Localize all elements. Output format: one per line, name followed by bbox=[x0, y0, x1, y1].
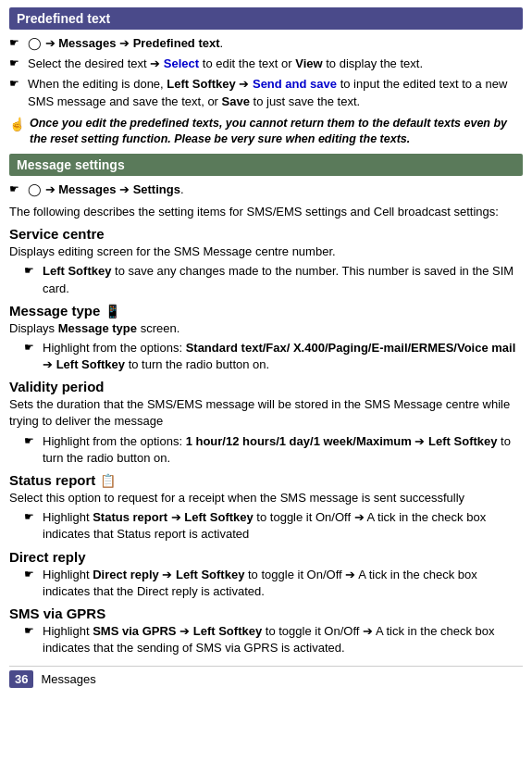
section-message-type: Message type 📱 Displays Message type scr… bbox=[9, 303, 523, 374]
service-centre-body: Displays editing screen for the SMS Mess… bbox=[9, 244, 523, 260]
direct-reply-title: Direct reply bbox=[9, 549, 523, 565]
status-report-bullets: Highlight Status report ➔ Left Softkey t… bbox=[9, 509, 523, 543]
settings-intro: The following describes the setting item… bbox=[9, 204, 523, 220]
predefined-bullet-1: ◯ ➔ Messages ➔ Predefined text. bbox=[9, 35, 523, 52]
footer-page-number: 36 bbox=[9, 670, 33, 688]
page-container: Predefined text ◯ ➔ Messages ➔ Predefine… bbox=[0, 0, 532, 762]
service-centre-bullet-1: Left Softkey to save any changes made to… bbox=[9, 263, 523, 296]
predefined-bullets: ◯ ➔ Messages ➔ Predefined text. Select t… bbox=[9, 35, 523, 110]
validity-period-bullet-1: Highlight from the options: 1 hour/12 ho… bbox=[9, 433, 523, 467]
section-service-centre: Service centre Displays editing screen f… bbox=[9, 226, 523, 297]
sms-via-gprs-bullets: Highlight SMS via GPRS ➔ Left Softkey to… bbox=[9, 623, 523, 656]
footer-bar: 36 Messages bbox=[9, 666, 523, 688]
section-sms-via-gprs: SMS via GPRS Highlight SMS via GPRS ➔ Le… bbox=[9, 606, 523, 656]
message-settings-header: Message settings bbox=[9, 154, 523, 176]
status-report-title: Status report 📋 bbox=[9, 472, 523, 488]
message-type-title: Message type 📱 bbox=[9, 303, 523, 319]
direct-reply-bullets: Highlight Direct reply ➔ Left Softkey to… bbox=[9, 567, 523, 600]
message-type-bullets: Highlight from the options: Standard tex… bbox=[9, 340, 523, 373]
footer-label: Messages bbox=[41, 672, 95, 686]
message-type-icon: 📱 bbox=[105, 304, 120, 319]
status-report-bullet-1: Highlight Status report ➔ Left Softkey t… bbox=[9, 509, 523, 543]
message-settings-bullets: ◯ ➔ Messages ➔ Settings. bbox=[9, 181, 523, 198]
predefined-note: Once you edit the predefined texts, you … bbox=[9, 116, 523, 148]
status-report-body: Select this option to request for a rece… bbox=[9, 490, 523, 506]
validity-period-bullets: Highlight from the options: 1 hour/12 ho… bbox=[9, 433, 523, 467]
section-direct-reply: Direct reply Highlight Direct reply ➔ Le… bbox=[9, 549, 523, 600]
service-centre-title: Service centre bbox=[9, 226, 523, 242]
section-validity-period: Validity period Sets the duration that t… bbox=[9, 379, 523, 467]
validity-period-body: Sets the duration that the SMS/EMS messa… bbox=[9, 396, 523, 430]
validity-period-title: Validity period bbox=[9, 379, 523, 394]
message-type-body: Displays Message type screen. bbox=[9, 320, 523, 337]
predefined-bullet-3: When the editing is done, Left Softkey ➔… bbox=[9, 76, 523, 109]
predefined-text-header: Predefined text bbox=[9, 7, 523, 30]
status-report-icon: 📋 bbox=[100, 473, 116, 488]
message-settings-bullet-1: ◯ ➔ Messages ➔ Settings. bbox=[9, 181, 523, 198]
predefined-bullet-2: Select the desired text ➔ Select to edit… bbox=[9, 56, 523, 72]
section-status-report: Status report 📋 Select this option to re… bbox=[9, 472, 523, 543]
service-centre-bullets: Left Softkey to save any changes made to… bbox=[9, 263, 523, 296]
message-type-bullet-1: Highlight from the options: Standard tex… bbox=[9, 340, 523, 373]
sms-via-gprs-title: SMS via GPRS bbox=[9, 606, 523, 621]
direct-reply-bullet-1: Highlight Direct reply ➔ Left Softkey to… bbox=[9, 567, 523, 600]
sms-via-gprs-bullet-1: Highlight SMS via GPRS ➔ Left Softkey to… bbox=[9, 623, 523, 656]
